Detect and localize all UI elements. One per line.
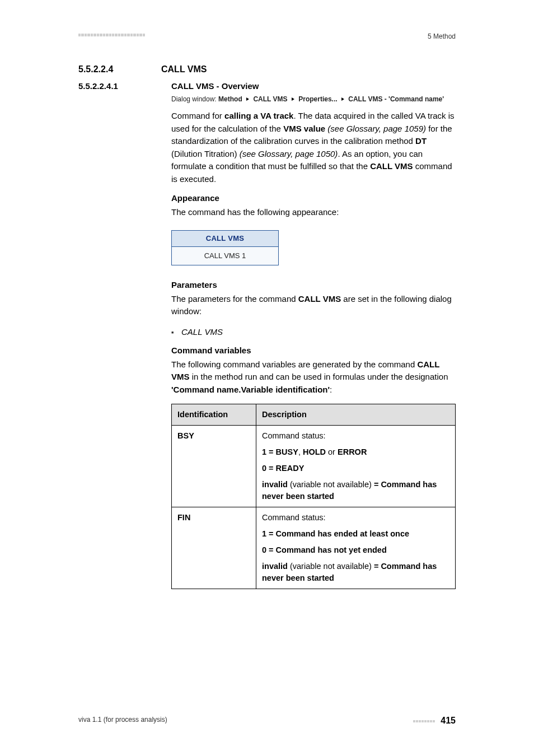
command-box-body: CALL VMS 1 — [172, 247, 278, 265]
text: (Dilution Titration) — [171, 149, 240, 158]
text-bold: 1 = BUSY — [262, 447, 298, 456]
table-cell-id: FIN — [172, 507, 256, 589]
table-cell-desc: Command status: 1 = BUSY, HOLD or ERROR … — [256, 426, 456, 507]
header-chapter: 5 Method — [428, 32, 456, 40]
page-number: 415 — [441, 716, 456, 725]
cell-line: 1 = BUSY, HOLD or ERROR — [262, 446, 449, 458]
text-bold: CALL VMS — [298, 294, 341, 304]
header-decor — [78, 34, 146, 37]
table-cell-desc: Command status: 1 = Command has ended at… — [256, 507, 456, 589]
command-variables-text: The following command variables are gene… — [171, 358, 456, 396]
breadcrumb-part: CALL VMS — [253, 95, 287, 103]
parameters-text: The parameters for the command CALL VMS … — [171, 293, 456, 318]
text-bold: VMS value — [283, 124, 325, 133]
subsection-heading: 5.5.2.2.4.1 CALL VMS - Overview — [78, 81, 456, 91]
subsection-number: 5.5.2.2.4.1 — [78, 81, 156, 91]
text-bold: 1 = Command has ended at least once — [262, 529, 409, 538]
text: or — [326, 447, 338, 456]
text: (variable not available) — [288, 480, 374, 489]
table-header-description: Description — [256, 404, 456, 426]
text: The following command variables are gene… — [171, 360, 417, 369]
footer-decor — [413, 717, 437, 725]
footer-left: viva 1.1 (for process analysis) — [78, 716, 167, 724]
chevron-right-icon — [341, 97, 344, 101]
cell-line: invalid (variable not available) = Comma… — [262, 479, 449, 502]
text-bold: 'Command name.Variable identification' — [171, 385, 330, 394]
cell-line: 0 = READY — [262, 463, 449, 474]
text: , — [298, 447, 303, 456]
command-variables-table: Identification Description BSY Command s… — [171, 404, 456, 589]
appearance-text: The command has the following appearance… — [171, 206, 456, 219]
table-row: BSY Command status: 1 = BUSY, HOLD or ER… — [172, 426, 456, 507]
cell-line: Command status: — [262, 512, 449, 524]
cell-line: 1 = Command has ended at least once — [262, 528, 449, 540]
text-bold: ERROR — [338, 447, 367, 456]
text: The parameters for the command — [171, 294, 298, 304]
parameters-list: CALL VMS — [171, 326, 456, 338]
dialog-window-path: Dialog window: Method CALL VMS Propertie… — [171, 94, 456, 104]
appearance-heading: Appearance — [171, 193, 456, 203]
command-variables-heading: Command variables — [171, 346, 456, 355]
text-bold: 0 = Command has not yet ended — [262, 545, 387, 554]
text-italic: (see Glossary, page 1059) — [327, 124, 426, 133]
text: Command for — [171, 111, 224, 120]
cell-line: invalid (variable not available) = Comma… — [262, 561, 449, 584]
text: (variable not available) — [288, 562, 374, 571]
table-header-identification: Identification — [172, 404, 256, 426]
cell-line: Command status: — [262, 430, 449, 442]
parameters-heading: Parameters — [171, 280, 456, 290]
text-bold: invalid — [262, 480, 288, 489]
footer-right: 415 — [413, 716, 456, 726]
text-bold: HOLD — [303, 447, 326, 456]
section-number: 5.5.2.2.4 — [78, 64, 146, 74]
breadcrumb-part: CALL VMS - 'Command name' — [348, 95, 444, 103]
text: in the method run and can be used in for… — [190, 372, 448, 381]
text-bold: 0 = READY — [262, 464, 304, 473]
chevron-right-icon — [246, 97, 249, 101]
text-italic: (see Glossary, page 1050) — [240, 149, 338, 158]
section-heading: 5.5.2.2.4 CALL VMS — [78, 64, 456, 74]
command-box: CALL VMS CALL VMS 1 — [171, 230, 279, 265]
subsection-title: CALL VMS - Overview — [171, 81, 259, 91]
chevron-right-icon — [292, 97, 294, 101]
text-bold: DT — [415, 136, 427, 146]
text-bold: calling a VA track — [224, 111, 293, 120]
command-box-header: CALL VMS — [172, 231, 278, 247]
list-item: CALL VMS — [171, 326, 456, 338]
section-title: CALL VMS — [161, 64, 207, 74]
text: : — [330, 385, 332, 394]
table-row: FIN Command status: 1 = Command has ende… — [172, 507, 456, 589]
breadcrumb-part: Method — [218, 95, 242, 103]
intro-paragraph: Command for calling a VA track. The data… — [171, 110, 456, 185]
text-bold: invalid — [262, 562, 288, 571]
dialog-prefix: Dialog window: — [171, 95, 217, 103]
text-bold: CALL VMS — [370, 161, 413, 171]
table-cell-id: BSY — [172, 426, 256, 507]
breadcrumb-part: Properties... — [298, 95, 337, 103]
cell-line: 0 = Command has not yet ended — [262, 544, 449, 556]
